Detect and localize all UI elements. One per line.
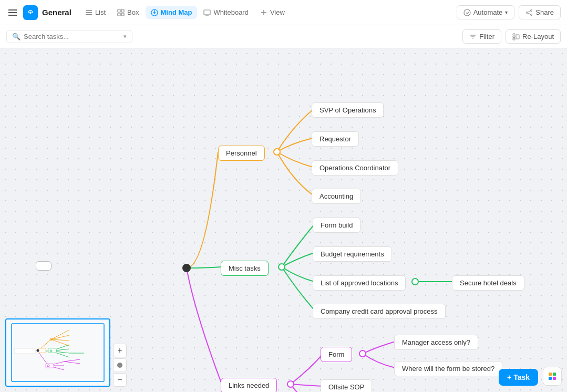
tab-view[interactable]: View <box>255 6 290 19</box>
form-build-node[interactable]: Form build <box>313 218 360 233</box>
svg-rect-49 <box>48 348 56 353</box>
accounting-node[interactable]: Accounting <box>312 189 361 204</box>
svg-rect-28 <box>513 38 515 40</box>
root-connector <box>182 264 191 272</box>
tab-list[interactable]: List <box>80 6 111 19</box>
svg-rect-4 <box>86 14 92 15</box>
svg-line-43 <box>64 359 80 362</box>
links-connector <box>287 380 294 388</box>
credit-card-node[interactable]: Company credit card approval process <box>313 304 446 319</box>
svg-line-21 <box>528 11 531 12</box>
svg-rect-59 <box>553 377 556 380</box>
tab-whiteboard[interactable]: Whiteboard <box>198 6 253 19</box>
mindmap-canvas: Personnel SVP of Operations Requestor Op… <box>0 48 567 392</box>
search-wrapper[interactable]: 🔍 ▾ <box>6 30 132 43</box>
zoom-controls: + − <box>113 344 127 387</box>
grid-button[interactable] <box>543 367 562 386</box>
svg-point-20 <box>531 14 532 15</box>
menu-icon[interactable] <box>6 7 19 18</box>
search-input[interactable] <box>24 33 120 40</box>
svg-rect-27 <box>513 36 515 37</box>
secure-hotel-node[interactable]: Secure hotel deals <box>452 275 524 291</box>
relayout-button[interactable]: Re-Layout <box>506 29 561 44</box>
misc-tasks-node[interactable]: Misc tasks <box>221 261 269 276</box>
relayout-icon <box>512 33 520 40</box>
search-bar: 🔍 ▾ Filter Re-Layout <box>0 25 567 48</box>
offsite-sop-node[interactable]: Offsite SOP <box>321 379 372 392</box>
approved-locations-node[interactable]: List of approved locations <box>313 275 406 291</box>
svg-line-31 <box>51 330 69 339</box>
svg-rect-2 <box>86 10 92 11</box>
zoom-in-button[interactable]: + <box>113 344 127 357</box>
personnel-connector <box>273 148 281 156</box>
grid-icon <box>548 372 557 381</box>
svg-rect-47 <box>14 348 35 354</box>
whiteboard-icon <box>203 9 211 16</box>
form-connector <box>359 350 366 357</box>
links-needed-node[interactable]: Links needed <box>221 378 277 392</box>
filter-icon <box>469 33 477 40</box>
box-icon <box>117 9 125 16</box>
svg-rect-6 <box>121 9 124 12</box>
app-title: General <box>42 8 71 17</box>
app-header: General List Box Mind <box>0 0 567 25</box>
svg-rect-8 <box>121 13 124 16</box>
minimap-svg <box>6 319 109 386</box>
automate-button[interactable]: Automate ▾ <box>457 5 515 19</box>
root-node[interactable] <box>36 261 51 271</box>
budget-node[interactable]: Budget requirements <box>313 246 392 262</box>
svg-rect-3 <box>86 12 92 13</box>
ops-coord-node[interactable]: Operations Coordinator <box>312 160 398 176</box>
misc-connector <box>278 263 285 271</box>
zoom-slider[interactable] <box>113 358 127 372</box>
personnel-node[interactable]: Personnel <box>218 146 265 161</box>
svg-line-22 <box>528 13 531 14</box>
nav-tabs: List Box Mind Map Wh <box>80 6 290 19</box>
tab-mindmap[interactable]: Mind Map <box>146 6 198 19</box>
svg-rect-56 <box>549 373 552 376</box>
svg-rect-5 <box>118 9 120 12</box>
approved-connector <box>411 278 419 285</box>
filter-chevron-icon: ▾ <box>123 33 127 40</box>
svp-node[interactable]: SVP of Operations <box>312 102 384 118</box>
svg-rect-26 <box>513 34 515 35</box>
where-stored-node[interactable]: Where will the form be stored? <box>394 361 502 376</box>
filter-button[interactable]: Filter <box>462 29 501 44</box>
search-icon: 🔍 <box>12 33 20 40</box>
mindmap-icon <box>151 9 158 16</box>
add-task-button[interactable]: + Task <box>499 369 538 386</box>
automate-icon <box>463 9 471 16</box>
zoom-out-button[interactable]: − <box>113 373 127 387</box>
svg-rect-7 <box>118 13 120 16</box>
form-node[interactable]: Form <box>321 347 352 362</box>
share-button[interactable]: Share <box>519 5 561 19</box>
svg-line-32 <box>51 335 69 339</box>
chevron-down-icon: ▾ <box>505 9 508 15</box>
svg-point-51 <box>37 349 39 352</box>
svg-rect-29 <box>516 35 519 39</box>
app-icon <box>23 5 38 20</box>
zoom-dot-indicator <box>117 363 122 368</box>
svg-point-1 <box>29 12 32 14</box>
list-icon <box>85 9 92 16</box>
header-actions: Automate ▾ Share <box>457 5 561 19</box>
svg-point-18 <box>531 9 532 11</box>
svg-point-19 <box>527 12 528 13</box>
svg-point-17 <box>464 9 470 16</box>
svg-rect-57 <box>553 373 556 376</box>
svg-line-44 <box>64 362 80 364</box>
search-actions: Filter Re-Layout <box>462 29 561 44</box>
svg-rect-58 <box>549 377 552 380</box>
requestor-node[interactable]: Requestor <box>312 131 359 147</box>
plus-icon <box>260 9 267 16</box>
share-icon <box>525 9 533 16</box>
tab-box[interactable]: Box <box>112 6 144 19</box>
manager-access-node[interactable]: Manager access only? <box>394 335 478 350</box>
svg-point-10 <box>153 12 156 14</box>
minimap <box>5 318 110 387</box>
svg-rect-12 <box>204 10 210 15</box>
